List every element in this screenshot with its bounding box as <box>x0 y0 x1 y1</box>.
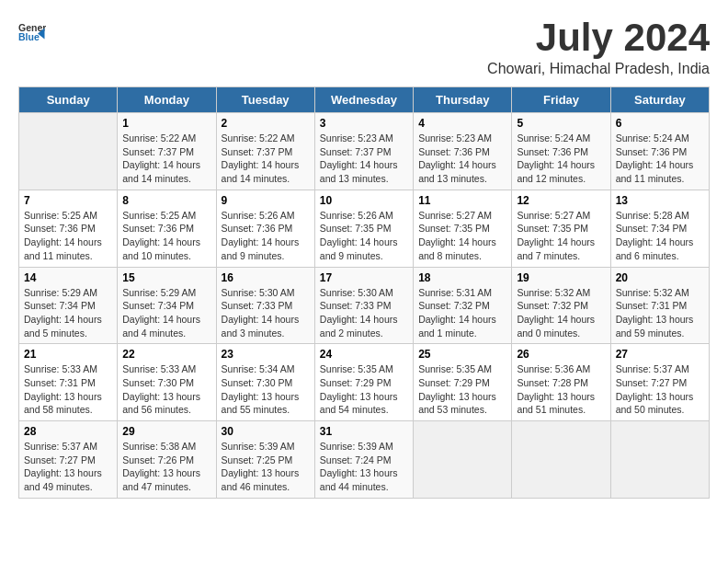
calendar-day-cell: 31Sunrise: 5:39 AM Sunset: 7:24 PM Dayli… <box>314 421 413 499</box>
day-info: Sunrise: 5:30 AM Sunset: 7:33 PM Dayligh… <box>320 286 408 340</box>
calendar-day-cell: 11Sunrise: 5:27 AM Sunset: 7:35 PM Dayli… <box>414 190 512 267</box>
day-info: Sunrise: 5:29 AM Sunset: 7:34 PM Dayligh… <box>122 286 210 340</box>
day-info: Sunrise: 5:31 AM Sunset: 7:32 PM Dayligh… <box>418 286 506 340</box>
calendar-day-cell: 1Sunrise: 5:22 AM Sunset: 7:37 PM Daylig… <box>118 113 216 190</box>
day-info: Sunrise: 5:24 AM Sunset: 7:36 PM Dayligh… <box>616 132 704 186</box>
logo-icon: General Blue <box>18 18 46 46</box>
day-info: Sunrise: 5:27 AM Sunset: 7:35 PM Dayligh… <box>517 209 605 263</box>
day-info: Sunrise: 5:34 AM Sunset: 7:30 PM Dayligh… <box>222 362 310 417</box>
calendar-day-cell: 28Sunrise: 5:37 AM Sunset: 7:27 PM Dayli… <box>19 421 118 499</box>
location-subtitle: Chowari, Himachal Pradesh, India <box>487 61 710 77</box>
day-info: Sunrise: 5:33 AM Sunset: 7:30 PM Dayligh… <box>122 362 210 417</box>
page-header: General Blue July 2024 Chowari, Himachal… <box>18 18 710 77</box>
day-info: Sunrise: 5:25 AM Sunset: 7:36 PM Dayligh… <box>122 209 210 263</box>
logo: General Blue <box>18 18 46 46</box>
day-number: 15 <box>122 271 210 284</box>
day-number: 26 <box>517 348 605 361</box>
month-year-title: July 2024 <box>487 18 710 57</box>
calendar-day-cell: 2Sunrise: 5:22 AM Sunset: 7:37 PM Daylig… <box>216 113 314 190</box>
calendar-day-cell: 13Sunrise: 5:28 AM Sunset: 7:34 PM Dayli… <box>610 190 709 267</box>
day-info: Sunrise: 5:33 AM Sunset: 7:31 PM Dayligh… <box>24 362 112 417</box>
day-info: Sunrise: 5:24 AM Sunset: 7:36 PM Dayligh… <box>517 132 605 186</box>
day-number: 30 <box>222 425 310 438</box>
calendar-day-cell: 6Sunrise: 5:24 AM Sunset: 7:36 PM Daylig… <box>610 113 709 190</box>
day-info: Sunrise: 5:26 AM Sunset: 7:35 PM Dayligh… <box>320 209 408 263</box>
calendar-day-cell: 30Sunrise: 5:39 AM Sunset: 7:25 PM Dayli… <box>216 421 314 499</box>
calendar-day-cell: 27Sunrise: 5:37 AM Sunset: 7:27 PM Dayli… <box>610 344 709 421</box>
calendar-day-cell <box>512 421 610 499</box>
calendar-day-cell: 29Sunrise: 5:38 AM Sunset: 7:26 PM Dayli… <box>118 421 216 499</box>
day-number: 11 <box>418 194 506 207</box>
calendar-day-cell: 9Sunrise: 5:26 AM Sunset: 7:36 PM Daylig… <box>216 190 314 267</box>
day-number: 31 <box>320 425 408 438</box>
calendar-day-cell <box>414 421 512 499</box>
calendar-day-cell: 25Sunrise: 5:35 AM Sunset: 7:29 PM Dayli… <box>414 344 512 421</box>
day-info: Sunrise: 5:38 AM Sunset: 7:26 PM Dayligh… <box>122 440 210 494</box>
day-number: 23 <box>222 348 310 361</box>
calendar-day-cell: 23Sunrise: 5:34 AM Sunset: 7:30 PM Dayli… <box>216 344 314 421</box>
calendar-day-cell <box>610 421 709 499</box>
weekday-header-cell: Saturday <box>610 87 709 113</box>
day-info: Sunrise: 5:27 AM Sunset: 7:35 PM Dayligh… <box>418 209 506 263</box>
day-info: Sunrise: 5:32 AM Sunset: 7:31 PM Dayligh… <box>616 286 704 340</box>
day-number: 28 <box>24 425 112 438</box>
day-info: Sunrise: 5:39 AM Sunset: 7:24 PM Dayligh… <box>320 440 408 494</box>
day-number: 10 <box>320 194 408 207</box>
day-number: 20 <box>616 271 704 284</box>
day-number: 2 <box>222 117 310 130</box>
calendar-day-cell: 21Sunrise: 5:33 AM Sunset: 7:31 PM Dayli… <box>19 344 118 421</box>
calendar-day-cell: 10Sunrise: 5:26 AM Sunset: 7:35 PM Dayli… <box>314 190 413 267</box>
day-number: 27 <box>616 348 704 361</box>
day-info: Sunrise: 5:26 AM Sunset: 7:36 PM Dayligh… <box>222 209 310 263</box>
day-number: 6 <box>616 117 704 130</box>
day-number: 8 <box>122 194 210 207</box>
calendar-day-cell: 4Sunrise: 5:23 AM Sunset: 7:36 PM Daylig… <box>414 113 512 190</box>
calendar-day-cell: 8Sunrise: 5:25 AM Sunset: 7:36 PM Daylig… <box>118 190 216 267</box>
weekday-header-cell: Thursday <box>414 87 512 113</box>
calendar-day-cell: 3Sunrise: 5:23 AM Sunset: 7:37 PM Daylig… <box>314 113 413 190</box>
day-info: Sunrise: 5:29 AM Sunset: 7:34 PM Dayligh… <box>24 286 112 340</box>
weekday-header-cell: Tuesday <box>216 87 314 113</box>
day-number: 7 <box>24 194 112 207</box>
weekday-header-row: SundayMondayTuesdayWednesdayThursdayFrid… <box>19 87 710 113</box>
day-info: Sunrise: 5:25 AM Sunset: 7:36 PM Dayligh… <box>24 209 112 263</box>
day-number: 17 <box>320 271 408 284</box>
day-info: Sunrise: 5:35 AM Sunset: 7:29 PM Dayligh… <box>418 362 506 417</box>
day-info: Sunrise: 5:35 AM Sunset: 7:29 PM Dayligh… <box>320 362 408 417</box>
day-info: Sunrise: 5:30 AM Sunset: 7:33 PM Dayligh… <box>222 286 310 340</box>
calendar-day-cell: 24Sunrise: 5:35 AM Sunset: 7:29 PM Dayli… <box>314 344 413 421</box>
day-number: 14 <box>24 271 112 284</box>
day-number: 24 <box>320 348 408 361</box>
weekday-header-cell: Sunday <box>19 87 118 113</box>
day-number: 12 <box>517 194 605 207</box>
calendar-week-row: 21Sunrise: 5:33 AM Sunset: 7:31 PM Dayli… <box>19 344 710 421</box>
day-number: 21 <box>24 348 112 361</box>
calendar-day-cell: 7Sunrise: 5:25 AM Sunset: 7:36 PM Daylig… <box>19 190 118 267</box>
calendar-day-cell: 20Sunrise: 5:32 AM Sunset: 7:31 PM Dayli… <box>610 267 709 344</box>
day-info: Sunrise: 5:28 AM Sunset: 7:34 PM Dayligh… <box>616 209 704 263</box>
calendar-week-row: 7Sunrise: 5:25 AM Sunset: 7:36 PM Daylig… <box>19 190 710 267</box>
day-number: 13 <box>616 194 704 207</box>
calendar-day-cell: 12Sunrise: 5:27 AM Sunset: 7:35 PM Dayli… <box>512 190 610 267</box>
day-info: Sunrise: 5:23 AM Sunset: 7:37 PM Dayligh… <box>320 132 408 186</box>
day-info: Sunrise: 5:23 AM Sunset: 7:36 PM Dayligh… <box>418 132 506 186</box>
day-info: Sunrise: 5:37 AM Sunset: 7:27 PM Dayligh… <box>24 440 112 494</box>
day-info: Sunrise: 5:32 AM Sunset: 7:32 PM Dayligh… <box>517 286 605 340</box>
calendar-body: 1Sunrise: 5:22 AM Sunset: 7:37 PM Daylig… <box>19 113 710 499</box>
day-info: Sunrise: 5:22 AM Sunset: 7:37 PM Dayligh… <box>122 132 210 186</box>
svg-text:Blue: Blue <box>18 31 40 42</box>
calendar-day-cell: 18Sunrise: 5:31 AM Sunset: 7:32 PM Dayli… <box>414 267 512 344</box>
day-number: 4 <box>418 117 506 130</box>
day-number: 29 <box>122 425 210 438</box>
day-number: 3 <box>320 117 408 130</box>
calendar-day-cell: 5Sunrise: 5:24 AM Sunset: 7:36 PM Daylig… <box>512 113 610 190</box>
day-number: 1 <box>122 117 210 130</box>
day-number: 16 <box>222 271 310 284</box>
calendar-day-cell: 19Sunrise: 5:32 AM Sunset: 7:32 PM Dayli… <box>512 267 610 344</box>
calendar-day-cell: 17Sunrise: 5:30 AM Sunset: 7:33 PM Dayli… <box>314 267 413 344</box>
calendar-table: SundayMondayTuesdayWednesdayThursdayFrid… <box>18 86 710 499</box>
calendar-week-row: 14Sunrise: 5:29 AM Sunset: 7:34 PM Dayli… <box>19 267 710 344</box>
day-number: 25 <box>418 348 506 361</box>
day-info: Sunrise: 5:37 AM Sunset: 7:27 PM Dayligh… <box>616 362 704 417</box>
calendar-day-cell <box>19 113 118 190</box>
